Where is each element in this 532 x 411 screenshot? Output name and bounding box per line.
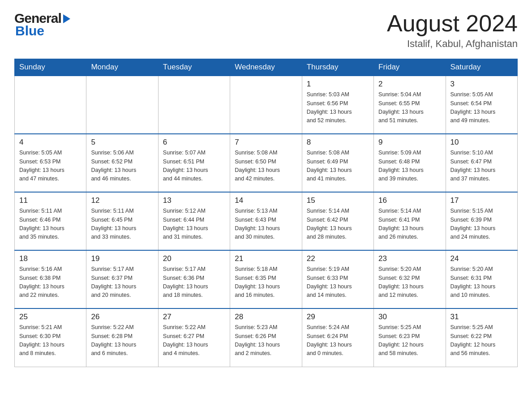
day-info: Sunrise: 5:11 AMSunset: 6:45 PMDaylight:… (91, 207, 153, 242)
calendar-cell: 15Sunrise: 5:14 AMSunset: 6:42 PMDayligh… (302, 192, 373, 250)
location-text: Istalif, Kabul, Afghanistan (387, 38, 518, 50)
calendar-cell: 24Sunrise: 5:20 AMSunset: 6:31 PMDayligh… (446, 250, 517, 308)
calendar-cell: 25Sunrise: 5:21 AMSunset: 6:30 PMDayligh… (15, 308, 86, 367)
day-info: Sunrise: 5:15 AMSunset: 6:39 PMDaylight:… (450, 207, 513, 242)
logo-triangle-icon (63, 14, 70, 23)
day-info: Sunrise: 5:07 AMSunset: 6:51 PMDaylight:… (163, 149, 225, 184)
day-info: Sunrise: 5:04 AMSunset: 6:55 PMDaylight:… (378, 90, 441, 125)
calendar-week-row: 4Sunrise: 5:05 AMSunset: 6:53 PMDaylight… (15, 134, 518, 192)
calendar-cell: 28Sunrise: 5:23 AMSunset: 6:26 PMDayligh… (230, 308, 302, 367)
day-info: Sunrise: 5:17 AMSunset: 6:37 PMDaylight:… (91, 265, 153, 300)
calendar-cell: 30Sunrise: 5:25 AMSunset: 6:23 PMDayligh… (374, 308, 446, 367)
day-info: Sunrise: 5:23 AMSunset: 6:26 PMDaylight:… (235, 323, 297, 358)
calendar-cell: 21Sunrise: 5:18 AMSunset: 6:35 PMDayligh… (230, 250, 302, 308)
calendar-header-saturday: Saturday (446, 59, 517, 76)
day-info: Sunrise: 5:14 AMSunset: 6:42 PMDaylight:… (307, 207, 369, 242)
day-number: 8 (307, 138, 369, 147)
day-number: 26 (91, 313, 153, 321)
day-info: Sunrise: 5:20 AMSunset: 6:31 PMDaylight:… (450, 265, 513, 300)
day-number: 13 (163, 196, 225, 205)
calendar-cell: 13Sunrise: 5:12 AMSunset: 6:44 PMDayligh… (158, 192, 230, 250)
day-info: Sunrise: 5:12 AMSunset: 6:44 PMDaylight:… (163, 207, 225, 242)
day-number: 20 (163, 254, 225, 263)
day-info: Sunrise: 5:25 AMSunset: 6:22 PMDaylight:… (450, 323, 513, 358)
calendar-cell: 19Sunrise: 5:17 AMSunset: 6:37 PMDayligh… (86, 250, 158, 308)
day-info: Sunrise: 5:20 AMSunset: 6:32 PMDaylight:… (378, 265, 441, 300)
calendar-week-row: 25Sunrise: 5:21 AMSunset: 6:30 PMDayligh… (15, 308, 518, 367)
day-number: 4 (19, 138, 82, 147)
day-info: Sunrise: 5:18 AMSunset: 6:35 PMDaylight:… (235, 265, 297, 300)
calendar-cell: 23Sunrise: 5:20 AMSunset: 6:32 PMDayligh… (374, 250, 446, 308)
day-number: 22 (307, 254, 369, 263)
calendar-cell: 11Sunrise: 5:11 AMSunset: 6:46 PMDayligh… (15, 192, 86, 250)
calendar-cell: 9Sunrise: 5:09 AMSunset: 6:48 PMDaylight… (374, 134, 446, 192)
calendar-cell: 3Sunrise: 5:05 AMSunset: 6:54 PMDaylight… (446, 76, 517, 134)
calendar-week-row: 11Sunrise: 5:11 AMSunset: 6:46 PMDayligh… (15, 192, 518, 250)
calendar-cell: 31Sunrise: 5:25 AMSunset: 6:22 PMDayligh… (446, 308, 517, 367)
day-number: 25 (19, 313, 82, 321)
day-number: 21 (235, 254, 297, 263)
calendar-cell: 8Sunrise: 5:08 AMSunset: 6:49 PMDaylight… (302, 134, 373, 192)
logo: General Blue (14, 11, 70, 39)
day-info: Sunrise: 5:19 AMSunset: 6:33 PMDaylight:… (307, 265, 369, 300)
calendar-cell (86, 76, 158, 134)
calendar-cell: 26Sunrise: 5:22 AMSunset: 6:28 PMDayligh… (86, 308, 158, 367)
calendar-header-tuesday: Tuesday (158, 59, 230, 76)
day-number: 11 (19, 196, 82, 205)
day-number: 14 (235, 196, 297, 205)
day-number: 17 (450, 196, 513, 205)
day-number: 7 (235, 138, 297, 147)
calendar-cell: 18Sunrise: 5:16 AMSunset: 6:38 PMDayligh… (15, 250, 86, 308)
day-info: Sunrise: 5:11 AMSunset: 6:46 PMDaylight:… (19, 207, 82, 242)
calendar-cell: 10Sunrise: 5:10 AMSunset: 6:47 PMDayligh… (446, 134, 517, 192)
day-number: 2 (378, 80, 441, 89)
day-number: 15 (307, 196, 369, 205)
day-info: Sunrise: 5:24 AMSunset: 6:24 PMDaylight:… (307, 323, 369, 358)
calendar-header-wednesday: Wednesday (230, 59, 302, 76)
calendar-cell: 20Sunrise: 5:17 AMSunset: 6:36 PMDayligh… (158, 250, 230, 308)
calendar-cell (158, 76, 230, 134)
calendar-cell: 1Sunrise: 5:03 AMSunset: 6:56 PMDaylight… (302, 76, 373, 134)
day-info: Sunrise: 5:13 AMSunset: 6:43 PMDaylight:… (235, 207, 297, 242)
day-info: Sunrise: 5:10 AMSunset: 6:47 PMDaylight:… (450, 149, 513, 184)
calendar-cell: 17Sunrise: 5:15 AMSunset: 6:39 PMDayligh… (446, 192, 517, 250)
day-number: 29 (307, 313, 369, 321)
day-info: Sunrise: 5:08 AMSunset: 6:50 PMDaylight:… (235, 149, 297, 184)
day-info: Sunrise: 5:22 AMSunset: 6:27 PMDaylight:… (163, 323, 225, 358)
calendar-cell: 7Sunrise: 5:08 AMSunset: 6:50 PMDaylight… (230, 134, 302, 192)
day-number: 12 (91, 196, 153, 205)
logo-text-blue: Blue (15, 23, 70, 39)
day-info: Sunrise: 5:17 AMSunset: 6:36 PMDaylight:… (163, 265, 225, 300)
day-info: Sunrise: 5:05 AMSunset: 6:53 PMDaylight:… (19, 149, 82, 184)
calendar-cell: 5Sunrise: 5:06 AMSunset: 6:52 PMDaylight… (86, 134, 158, 192)
day-number: 19 (91, 254, 153, 263)
month-title: August 2024 (387, 11, 518, 36)
calendar-cell: 14Sunrise: 5:13 AMSunset: 6:43 PMDayligh… (230, 192, 302, 250)
day-info: Sunrise: 5:25 AMSunset: 6:23 PMDaylight:… (378, 323, 441, 358)
calendar-header-friday: Friday (374, 59, 446, 76)
calendar-cell (230, 76, 302, 134)
day-number: 30 (378, 313, 441, 321)
calendar-cell: 22Sunrise: 5:19 AMSunset: 6:33 PMDayligh… (302, 250, 373, 308)
title-block: August 2024 Istalif, Kabul, Afghanistan (387, 11, 518, 50)
day-number: 27 (163, 313, 225, 321)
day-info: Sunrise: 5:16 AMSunset: 6:38 PMDaylight:… (19, 265, 82, 300)
calendar-cell: 12Sunrise: 5:11 AMSunset: 6:45 PMDayligh… (86, 192, 158, 250)
day-number: 18 (19, 254, 82, 263)
day-number: 5 (91, 138, 153, 147)
day-number: 10 (450, 138, 513, 147)
day-info: Sunrise: 5:21 AMSunset: 6:30 PMDaylight:… (19, 323, 82, 358)
calendar-cell: 6Sunrise: 5:07 AMSunset: 6:51 PMDaylight… (158, 134, 230, 192)
calendar-cell: 4Sunrise: 5:05 AMSunset: 6:53 PMDaylight… (15, 134, 86, 192)
day-number: 28 (235, 313, 297, 321)
calendar-cell: 29Sunrise: 5:24 AMSunset: 6:24 PMDayligh… (302, 308, 373, 367)
calendar-week-row: 18Sunrise: 5:16 AMSunset: 6:38 PMDayligh… (15, 250, 518, 308)
day-info: Sunrise: 5:03 AMSunset: 6:56 PMDaylight:… (307, 90, 369, 125)
day-number: 9 (378, 138, 441, 147)
day-info: Sunrise: 5:14 AMSunset: 6:41 PMDaylight:… (378, 207, 441, 242)
calendar-cell: 27Sunrise: 5:22 AMSunset: 6:27 PMDayligh… (158, 308, 230, 367)
day-number: 31 (450, 313, 513, 321)
day-number: 23 (378, 254, 441, 263)
day-number: 24 (450, 254, 513, 263)
day-number: 1 (307, 80, 369, 89)
